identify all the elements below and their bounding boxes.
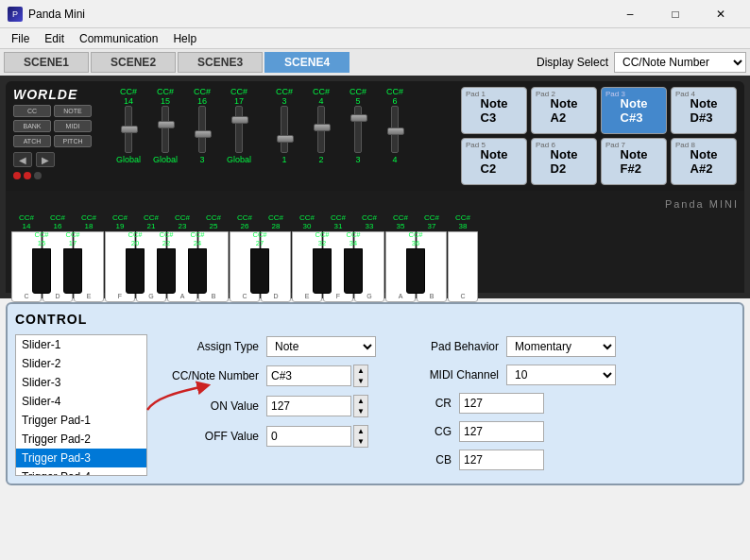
scene-tabs: SCENE1 SCENE2 SCENE3 SCENE4 Display Sele… (0, 49, 750, 76)
display-select-label: Display Select (537, 56, 608, 69)
fader-1-cc-num: 14 (124, 96, 133, 106)
cc-note-number-input[interactable] (266, 365, 351, 386)
cg-label: CG (395, 425, 452, 438)
list-panel: Slider-1 Slider-2 Slider-3 Slider-4 Trig… (15, 334, 147, 476)
worlde-brand: WORLDE (13, 87, 98, 102)
tab-scene4[interactable]: SCENE4 (264, 52, 349, 73)
fader-1-cc-top: CC# (120, 87, 137, 96)
pad-5[interactable]: Pad 5 NoteC2 (461, 138, 527, 185)
pad-2[interactable]: Pad 2 NoteA2 (531, 87, 597, 134)
fader-2: CC# 15 Global (148, 87, 182, 164)
close-button[interactable]: ✕ (699, 2, 742, 26)
midi-channel-dropdown[interactable]: 10 1234 5678 9111213 141516 (506, 365, 616, 385)
controls-right: Assign Type Note CC Program CC/Note Numb… (155, 334, 735, 476)
minimize-button[interactable]: – (608, 2, 652, 26)
prev-button[interactable]: ◀ (13, 152, 32, 167)
cb-row: CB (395, 450, 616, 470)
bank-button[interactable]: BANK (13, 120, 51, 132)
on-value-row: ON Value ▲ ▼ (155, 395, 376, 417)
window-title: Panda Mini (28, 8, 85, 21)
midi-channel-row: MIDI Channel 10 1234 5678 9111213 141516 (395, 365, 616, 385)
menu-bar: File Edit Communication Help (0, 28, 750, 49)
off-value-down[interactable]: ▼ (354, 436, 367, 447)
pad-behavior-label: Pad Behavior (395, 340, 499, 353)
list-item-slider4[interactable]: Slider-4 (16, 392, 146, 411)
on-value-input[interactable] (266, 396, 351, 416)
assign-type-row: Assign Type Note CC Program (155, 336, 376, 357)
piano-area: Panda MINI CC#14 C CC#16 D CC#18 E (6, 191, 744, 293)
control-section: CONTROL Slider-1 Slider-2 Slider-3 Slide… (6, 302, 744, 485)
pads-area: Pad 1 NoteC3 Pad 2 NoteA2 Pad 3 NoteC#3 … (461, 87, 737, 185)
keys-container: CC#14 C CC#16 D CC#18 E CC#19 F (11, 213, 739, 289)
cc-note-number-up[interactable]: ▲ (354, 365, 367, 376)
control-list[interactable]: Slider-1 Slider-2 Slider-3 Slider-4 Trig… (15, 334, 147, 476)
off-value-label: OFF Value (155, 430, 259, 443)
pad-3[interactable]: Pad 3 NoteC#3 (601, 87, 667, 134)
cc-note-number-down[interactable]: ▼ (354, 376, 367, 386)
white-key-15[interactable]: CC#38 C (448, 213, 478, 302)
menu-edit[interactable]: Edit (37, 30, 72, 47)
on-value-spinner[interactable]: ▲ ▼ (353, 395, 368, 417)
menu-help[interactable]: Help (165, 30, 204, 47)
tab-scene2[interactable]: SCENE2 (91, 52, 176, 73)
off-value-spinner[interactable]: ▲ ▼ (353, 425, 368, 448)
pad-1[interactable]: Pad 1 NoteC3 (461, 87, 527, 134)
pad-7[interactable]: Pad 7 NoteF#2 (601, 138, 667, 185)
list-item-slider1[interactable]: Slider-1 (16, 335, 146, 354)
cg-input[interactable] (459, 421, 544, 442)
fader-1: CC# 14 Global (111, 87, 145, 164)
title-bar: P Panda Mini – □ ✕ (0, 0, 750, 28)
on-value-down[interactable]: ▼ (354, 406, 367, 416)
note-button[interactable]: NOTE (54, 105, 92, 117)
keyboard-section: WORLDE CC NOTE BANK MIDI ATCH PITCH ◀ ▶ (0, 76, 750, 298)
fader-1-label: Global (116, 155, 141, 164)
off-value-up[interactable]: ▲ (354, 426, 367, 436)
assign-type-dropdown[interactable]: Note CC Program (266, 336, 376, 357)
midi-button[interactable]: MIDI (54, 120, 92, 132)
pad-4[interactable]: Pad 4 NoteD#3 (671, 87, 737, 134)
fader-7: CC# 5 3 (341, 87, 375, 164)
pad-8[interactable]: Pad 8 NoteA#2 (671, 138, 737, 185)
off-value-input[interactable] (266, 426, 351, 447)
cc-note-number-row: CC/Note Number ▲ ▼ (155, 365, 376, 387)
list-item-trigpad1[interactable]: Trigger Pad-1 (16, 411, 146, 430)
fader-8: CC# 6 4 (378, 87, 412, 164)
instrument-panel: WORLDE CC NOTE BANK MIDI ATCH PITCH ◀ ▶ (6, 81, 744, 191)
list-item-slider3[interactable]: Slider-3 (16, 373, 146, 392)
list-item-trigpad2[interactable]: Trigger Pad-2 (16, 430, 146, 449)
assign-type-label: Assign Type (155, 340, 259, 353)
tab-scene3[interactable]: SCENE3 (178, 52, 263, 73)
cr-row: CR (395, 393, 616, 414)
pad-behavior-row: Pad Behavior Momentary Toggle (395, 336, 616, 357)
cc-note-number-spinner[interactable]: ▲ ▼ (353, 365, 368, 387)
tab-scene1[interactable]: SCENE1 (4, 52, 89, 73)
fader-5: CC# 3 1 (267, 87, 301, 164)
list-item-trigpad4[interactable]: Trigger Pad-4 (16, 467, 146, 476)
on-value-up[interactable]: ▲ (354, 396, 367, 406)
cg-row: CG (395, 421, 616, 442)
cc-button[interactable]: CC (13, 105, 51, 117)
cb-label: CB (395, 453, 452, 467)
menu-communication[interactable]: Communication (72, 30, 165, 47)
cr-input[interactable] (459, 393, 544, 414)
cr-label: CR (395, 397, 452, 410)
pitch-button[interactable]: PITCH (54, 135, 92, 147)
pad-behavior-dropdown[interactable]: Momentary Toggle (506, 336, 616, 357)
pad-6[interactable]: Pad 6 NoteD2 (531, 138, 597, 185)
display-select-dropdown[interactable]: CC/Note Number Note Name CC Number (614, 52, 746, 73)
cb-input[interactable] (459, 450, 544, 470)
panda-mini-label: Panda MINI (11, 198, 739, 210)
cc-note-number-label: CC/Note Number (155, 369, 259, 382)
maximize-button[interactable]: □ (654, 2, 697, 26)
list-item-slider2[interactable]: Slider-2 (16, 354, 146, 373)
next-button[interactable]: ▶ (36, 152, 55, 167)
midi-channel-label: MIDI Channel (395, 368, 499, 382)
list-item-trigpad3[interactable]: Trigger Pad-3 (16, 449, 146, 467)
fader-6: CC# 4 2 (304, 87, 338, 164)
atch-button[interactable]: ATCH (13, 135, 51, 147)
menu-file[interactable]: File (4, 30, 37, 47)
on-value-label: ON Value (155, 399, 259, 413)
control-title: CONTROL (15, 312, 735, 327)
off-value-row: OFF Value ▲ ▼ (155, 425, 376, 448)
app-icon: P (8, 7, 23, 22)
